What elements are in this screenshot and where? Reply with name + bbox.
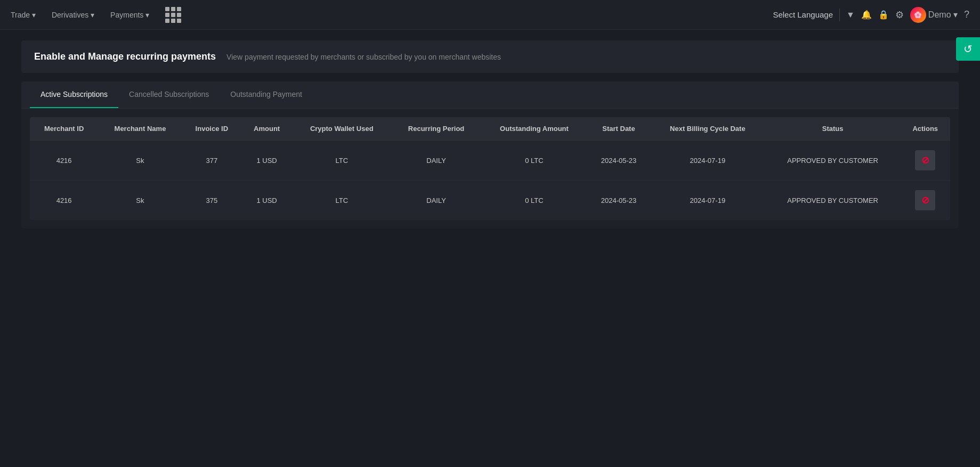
nav-right: Select Language ▼ 🔔 🔒 ⚙ 🌸 Demo ▾ ? bbox=[773, 7, 969, 23]
cell-crypto-wallet: LTC bbox=[292, 181, 391, 220]
col-actions: Actions bbox=[901, 117, 950, 141]
grid-icon[interactable] bbox=[165, 7, 181, 23]
nav-derivatives[interactable]: Derivatives ▾ bbox=[52, 9, 94, 21]
table-row: 4216 Sk 377 1 USD LTC DAILY 0 LTC 2024-0… bbox=[30, 141, 950, 181]
page-header: Enable and Manage recurring payments Vie… bbox=[21, 40, 959, 73]
cell-outstanding-amount: 0 LTC bbox=[481, 141, 587, 181]
cell-outstanding-amount: 0 LTC bbox=[481, 181, 587, 220]
cell-actions: ⊘ bbox=[901, 181, 950, 220]
cell-merchant-name: Sk bbox=[98, 141, 182, 181]
nav-left: Trade ▾ Derivatives ▾ Payments ▾ bbox=[11, 7, 181, 23]
tabs-header: Active Subscriptions Cancelled Subscript… bbox=[21, 81, 959, 109]
col-outstanding-amount: Outstanding Amount bbox=[481, 117, 587, 141]
col-next-billing: Next Billing Cycle Date bbox=[650, 117, 765, 141]
nav-divider bbox=[839, 9, 840, 21]
user-avatar[interactable]: 🌸 Demo ▾ bbox=[910, 7, 958, 23]
cell-merchant-name: Sk bbox=[98, 181, 182, 220]
cell-merchant-id: 4216 bbox=[30, 141, 98, 181]
cell-crypto-wallet: LTC bbox=[292, 141, 391, 181]
cell-start-date: 2024-05-23 bbox=[587, 141, 650, 181]
cell-merchant-id: 4216 bbox=[30, 181, 98, 220]
notification-icon[interactable]: 🔔 bbox=[861, 10, 872, 20]
cancel-action-button[interactable]: ⊘ bbox=[915, 190, 935, 210]
page-title: Enable and Manage recurring payments bbox=[34, 51, 216, 62]
cell-status: APPROVED BY CUSTOMER bbox=[765, 141, 901, 181]
nav-trade[interactable]: Trade ▾ bbox=[11, 9, 36, 21]
cell-invoice-id: 377 bbox=[182, 141, 241, 181]
user-name: Demo ▾ bbox=[928, 10, 958, 20]
help-icon[interactable]: ? bbox=[964, 9, 969, 20]
cell-amount: 1 USD bbox=[241, 181, 292, 220]
col-amount: Amount bbox=[241, 117, 292, 141]
cell-amount: 1 USD bbox=[241, 141, 292, 181]
cancel-action-button[interactable]: ⊘ bbox=[915, 150, 935, 170]
tabs-container: Active Subscriptions Cancelled Subscript… bbox=[21, 81, 959, 228]
cell-actions: ⊘ bbox=[901, 141, 950, 181]
green-side-button[interactable]: ↺ bbox=[956, 37, 980, 61]
cell-recurring-period: DAILY bbox=[391, 181, 481, 220]
col-merchant-id: Merchant ID bbox=[30, 117, 98, 141]
cancel-icon: ⊘ bbox=[921, 194, 929, 206]
main-content: Enable and Manage recurring payments Vie… bbox=[0, 40, 980, 228]
cell-start-date: 2024-05-23 bbox=[587, 181, 650, 220]
table-wrapper: Merchant ID Merchant Name Invoice ID Amo… bbox=[21, 109, 959, 228]
page-description: View payment requested by merchants or s… bbox=[226, 53, 501, 61]
tab-cancelled-subscriptions[interactable]: Cancelled Subscriptions bbox=[118, 81, 220, 108]
tab-outstanding-payment[interactable]: Outstanding Payment bbox=[220, 81, 313, 108]
cell-next-billing: 2024-07-19 bbox=[650, 181, 765, 220]
cell-next-billing: 2024-07-19 bbox=[650, 141, 765, 181]
col-recurring-period: Recurring Period bbox=[391, 117, 481, 141]
table-header: Merchant ID Merchant Name Invoice ID Amo… bbox=[30, 117, 950, 141]
col-crypto-wallet: Crypto Wallet Used bbox=[292, 117, 391, 141]
cell-invoice-id: 375 bbox=[182, 181, 241, 220]
avatar-img: 🌸 bbox=[910, 7, 926, 23]
settings-icon[interactable]: ⚙ bbox=[895, 9, 904, 21]
table-row: 4216 Sk 375 1 USD LTC DAILY 0 LTC 2024-0… bbox=[30, 181, 950, 220]
table-body: 4216 Sk 377 1 USD LTC DAILY 0 LTC 2024-0… bbox=[30, 141, 950, 220]
nav-payments[interactable]: Payments ▾ bbox=[110, 9, 149, 21]
col-status: Status bbox=[765, 117, 901, 141]
cancel-icon: ⊘ bbox=[921, 154, 929, 166]
subscriptions-table: Merchant ID Merchant Name Invoice ID Amo… bbox=[30, 117, 950, 220]
cell-status: APPROVED BY CUSTOMER bbox=[765, 181, 901, 220]
topnav: Trade ▾ Derivatives ▾ Payments ▾ Select … bbox=[0, 0, 980, 30]
col-merchant-name: Merchant Name bbox=[98, 117, 182, 141]
lock-icon[interactable]: 🔒 bbox=[878, 10, 889, 20]
cell-recurring-period: DAILY bbox=[391, 141, 481, 181]
language-selector[interactable]: Select Language bbox=[773, 10, 833, 19]
col-invoice-id: Invoice ID bbox=[182, 117, 241, 141]
filter-icon[interactable]: ▼ bbox=[846, 10, 855, 20]
col-start-date: Start Date bbox=[587, 117, 650, 141]
tab-active-subscriptions[interactable]: Active Subscriptions bbox=[30, 81, 118, 108]
